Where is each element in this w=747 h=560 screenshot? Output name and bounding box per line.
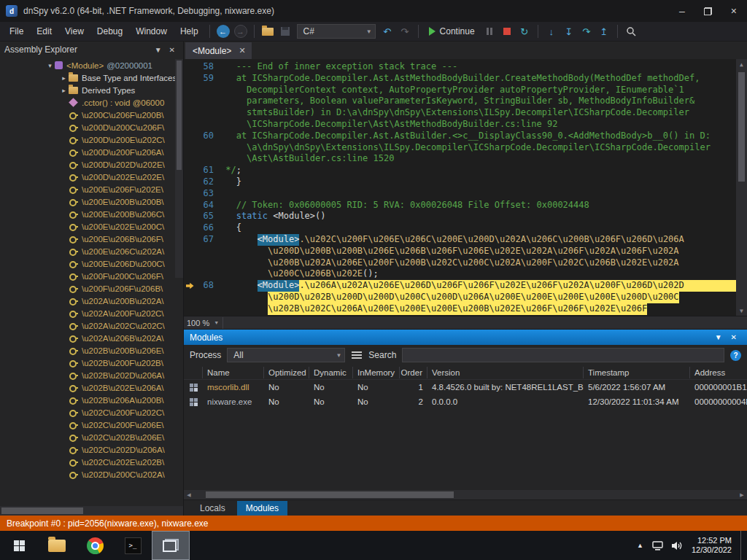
tree-item[interactable]: \u202C\u200F\u206E\ [0,419,183,431]
column-header-inmemory[interactable]: InMemory [353,367,400,378]
breakpoint-gutter[interactable] [184,188,196,200]
column-header-address[interactable]: Address [690,367,747,378]
step-into-button[interactable]: ↧ [561,23,577,39]
menu-view[interactable]: View [58,23,90,39]
code-row[interactable]: \u200D\u202B\u200D\u200D\u200C\u200D\u20… [184,292,736,303]
scroll-left-icon[interactable]: ◀ [184,492,194,498]
columns-icon[interactable] [351,350,363,360]
tree-item[interactable]: \u200F\u200C\u206F\ [0,270,183,282]
navigate-forward-button[interactable]: → [233,23,249,39]
code-row[interactable]: 64 // Token: 0x06000005 RID: 5 RVA: 0x00… [184,200,736,211]
scrollbar-thumb[interactable] [177,61,182,170]
taskbar-clock[interactable]: 12:52 PM 12/30/2022 [692,536,732,555]
column-header-order[interactable]: Order [400,367,427,378]
help-icon[interactable]: ? [730,350,741,361]
tab-modules[interactable]: Modules [237,501,287,516]
code-row[interactable]: 61 */; [184,165,736,176]
code-row[interactable]: DecompilerContext context, AutoPropertyP… [184,85,736,96]
breakpoint-gutter[interactable] [184,165,196,176]
breakpoint-gutter[interactable] [184,73,196,85]
scroll-down-icon[interactable]: ▼ [740,306,743,316]
minimize-button[interactable]: – [679,6,685,16]
tree-item[interactable]: \u202C\u202D\u206A\ [0,443,183,456]
breakpoint-gutter[interactable] [184,176,196,188]
tab-locals[interactable]: Locals [191,501,234,516]
tree-item[interactable]: \u202A\u202C\u202C\ [0,319,183,332]
tree-item[interactable]: \u202A\u200B\u202A\ [0,295,183,307]
breakpoint-gutter[interactable] [184,257,196,269]
tree-item[interactable]: ▾<Module>@02000001 [0,59,183,71]
tree-item[interactable]: \u200E\u206D\u200C\ [0,257,183,270]
language-select[interactable]: C#▼ [297,24,376,39]
menu-window[interactable]: Window [129,23,174,39]
breakpoint-gutter[interactable] [184,85,196,96]
tree-item[interactable]: \u202A\u200F\u202C\ [0,307,183,319]
chevron-collapsed-icon[interactable]: ▸ [59,74,69,82]
breakpoint-gutter[interactable] [184,61,196,73]
tree-horizontal-scrollbar[interactable] [0,506,183,516]
open-button[interactable] [260,23,276,39]
start-button[interactable] [0,531,38,560]
chevron-down-icon[interactable]: ▼ [711,333,727,341]
tree-item[interactable]: ▸Base Type and Interfaces [0,71,183,84]
save-button[interactable] [277,23,293,39]
code-row[interactable]: \Ast\AstBuilder.cs:line 1520 [184,153,736,165]
search-input[interactable] [402,348,724,362]
network-icon[interactable] [652,541,663,551]
tree-item[interactable]: \u200D\u202E\u202E\ [0,171,183,183]
table-row[interactable]: nixware.exeNoNoNo20.0.0.012/30/2022 11:0… [184,394,747,409]
breakpoint-gutter[interactable] [184,142,196,154]
code-row[interactable]: \u202B\u202C\u206A\u200E\u200E\u200E\u20… [184,303,736,315]
column-header-name[interactable]: Name [203,367,264,378]
menu-debug[interactable]: Debug [90,23,129,39]
taskbar-dnspy-active[interactable] [152,531,190,560]
restart-button[interactable]: ↻ [516,23,533,39]
column-header-dynamic[interactable]: Dynamic [309,367,353,378]
code-row[interactable]: 59 at ICSharpCode.Decompiler.Ast.AstMeth… [184,73,736,85]
code-row[interactable]: \u200D\u200B\u200B\u206E\u206B\u206F\u20… [184,246,736,257]
redo-button[interactable]: ↷ [397,23,413,39]
code-row[interactable]: \u200C\u206B\u202E(); [184,268,736,280]
tree-item[interactable]: \u202A\u206B\u202A\ [0,332,183,344]
close-button[interactable]: × [731,6,737,16]
code-row[interactable]: 62 } [184,176,736,188]
code-row[interactable]: 65 static <Module>() [184,211,736,222]
tree-item[interactable]: \u200E\u206C\u202A\ [0,245,183,257]
column-header-timestamp[interactable]: Timestamp [584,367,690,378]
scrollbar-thumb[interactable] [206,491,454,498]
breakpoint-gutter[interactable] [184,222,196,234]
tree-item[interactable]: \u200D\u200C\u206F\ [0,121,183,133]
tree-item[interactable]: \u202B\u202E\u206A\ [0,381,183,394]
tree-item[interactable]: \u202C\u200F\u202C\ [0,406,183,419]
tree-item[interactable]: \u202B\u202D\u206A\ [0,369,183,381]
chevron-expanded-icon[interactable]: ▾ [45,62,55,69]
restore-button[interactable] [704,7,712,15]
volume-icon[interactable] [672,541,683,551]
breakpoint-gutter[interactable] [184,234,196,246]
tab-module[interactable]: <Module> ✕ [185,42,252,59]
scroll-up-icon[interactable]: ▲ [740,59,743,69]
process-select[interactable]: All ▼ [227,348,345,362]
breakpoint-gutter[interactable] [184,303,196,315]
show-next-statement-button[interactable]: ↓ [543,23,560,39]
tree-item[interactable]: \u200E\u206F\u202E\ [0,183,183,195]
tree-item[interactable]: \u200C\u206F\u200B\ [0,109,183,121]
navigate-back-button[interactable]: ← [215,23,231,39]
breakpoint-gutter[interactable] [184,200,196,211]
step-out-button[interactable]: ↥ [596,23,612,39]
stop-button[interactable] [499,23,515,39]
code-editor[interactable]: 58 --- End of inner exception stack trac… [184,59,747,316]
tree-item[interactable]: ▸Derived Types [0,84,183,96]
breakpoint-gutter[interactable] [184,280,196,292]
modules-horizontal-scrollbar[interactable]: ◀ ▶ [184,490,747,499]
tray-chevron-up-icon[interactable]: ▲ [637,542,643,549]
code-row[interactable]: 68 <Module>.\u206A\u202A\u206E\u206D\u20… [184,280,736,292]
table-row[interactable]: mscorlib.dllNoNoNo14.8.4526.0 built by: … [184,380,747,394]
menu-edit[interactable]: Edit [30,23,58,39]
close-icon[interactable]: ✕ [239,46,245,55]
close-icon[interactable]: ✕ [727,333,741,341]
tree-item[interactable]: \u202B\u206A\u200B\ [0,394,183,406]
tree-item[interactable]: \u200E\u200B\u200B\ [0,195,183,208]
tree-item[interactable]: \u202B\u200F\u202B\ [0,357,183,369]
code-row[interactable]: \ICSharpCode.Decompiler\Ast\AstMethodBod… [184,119,736,131]
